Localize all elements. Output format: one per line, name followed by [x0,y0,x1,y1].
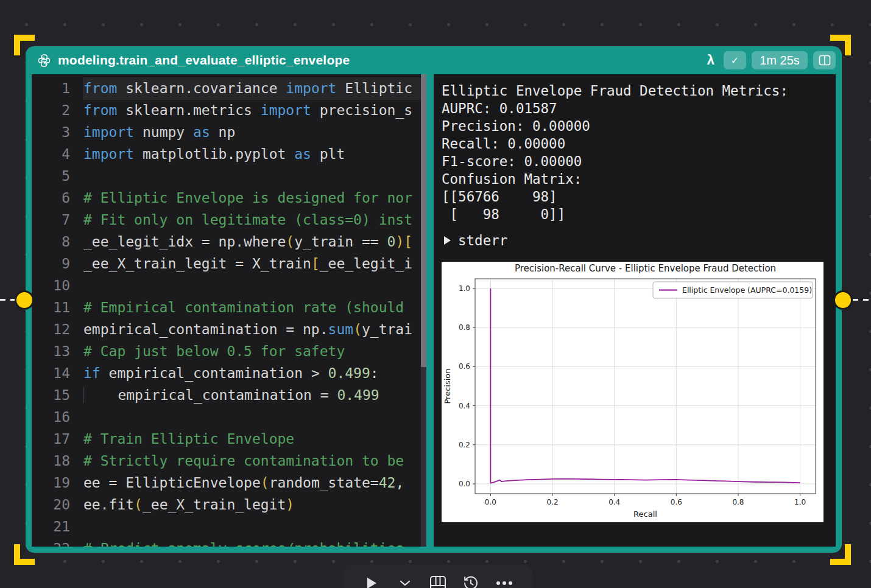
code-line[interactable]: 1from sklearn.covariance import Elliptic [32,77,426,99]
lambda-icon: λ [707,52,714,68]
code-line[interactable]: 22# Predict anomaly scores/probabilities [32,537,426,547]
svg-text:0.0: 0.0 [485,498,496,506]
output-line: [[56766 98] [442,188,836,206]
line-number: 6 [32,187,83,209]
cell-header[interactable]: modeling.train_and_evaluate_elliptic_env… [26,46,842,74]
right-port-handle[interactable] [833,290,853,310]
code-line[interactable]: 8_ee_legit_idx = np.where(y_train == 0)[ [32,231,426,253]
stderr-expand-triangle-icon [444,236,451,245]
svg-text:0.2: 0.2 [459,441,470,449]
code-line[interactable]: 18# Strictly require contamination to be [32,450,426,472]
editor-scrollbar[interactable] [421,74,426,547]
chevron-down-icon [399,579,411,587]
code-line[interactable]: 12empirical_contamination = np.sum(y_tra… [32,318,426,340]
panel-divider[interactable] [426,74,434,547]
code-lines: 1from sklearn.covariance import Elliptic… [32,77,426,547]
run-button[interactable] [361,573,382,588]
svg-text:Precision-Recall Curve - Ellip: Precision-Recall Curve - Elliptic Envelo… [515,263,776,274]
code-line[interactable]: 16 [32,406,426,428]
svg-text:0.8: 0.8 [459,323,470,332]
svg-text:0.4: 0.4 [608,498,620,506]
output-line: Recall: 0.00000 [442,135,836,153]
cell-card: modeling.train_and_evaluate_elliptic_env… [26,46,842,553]
code-line[interactable]: 19ee = EllipticEnvelope(random_state=42, [32,472,426,494]
line-number: 15 [32,384,83,406]
code-line[interactable]: 21 [32,516,426,537]
code-line[interactable]: 9_ee_X_train_legit = X_train[_ee_legit_i [32,253,426,275]
svg-text:Elliptic Envelope (AUPRC=0.015: Elliptic Envelope (AUPRC=0.0159) [682,285,812,295]
pr-curve-plot-image: 0.00.20.40.60.81.00.00.20.40.60.81.0Prec… [442,262,823,522]
stderr-label: stderr [458,233,507,248]
line-number: 19 [32,472,83,494]
code-line[interactable]: 3import numpy as np [32,121,426,143]
python-icon [37,53,52,68]
line-number: 18 [32,450,83,472]
output-panel: Elliptic Envelope Fraud Detection Metric… [434,74,836,547]
more-options-icon [496,581,513,586]
history-button[interactable] [460,573,481,588]
crop-handle-top-right[interactable] [830,35,851,55]
svg-text:0.4: 0.4 [459,402,470,410]
svg-text:Recall: Recall [633,509,657,519]
output-line: [ 98 0]] [442,206,836,223]
right-connector-dashed-line [853,299,871,301]
line-number: 17 [32,428,83,450]
history-icon [463,575,479,588]
status-check-button[interactable]: ✓ [724,51,746,69]
line-number: 8 [32,231,83,253]
line-number: 11 [32,296,83,318]
run-options-button[interactable] [395,573,415,588]
more-options-button[interactable] [494,573,515,588]
line-number: 5 [32,165,83,187]
svg-text:0.8: 0.8 [732,498,744,506]
line-number: 22 [32,537,83,547]
code-line[interactable]: 11# Empirical contamination rate (should [32,296,426,318]
line-number: 4 [32,143,83,165]
line-number: 20 [32,494,83,516]
line-number: 9 [32,253,83,275]
code-line[interactable]: 13# Cap just below 0.5 for safety [32,340,426,362]
line-number: 2 [32,99,83,121]
output-line: Elliptic Envelope Fraud Detection Metric… [442,82,836,100]
duration-badge: 1m 25s [752,51,808,69]
split-view-icon [819,55,831,66]
code-editor[interactable]: 1from sklearn.covariance import Elliptic… [32,74,426,547]
left-connector-dashed-line [0,299,16,301]
svg-text:0.2: 0.2 [546,498,558,506]
stdout-text: Elliptic Envelope Fraud Detection Metric… [442,82,836,223]
editor-scrollbar-thumb[interactable] [421,74,426,367]
code-line[interactable]: 20ee.fit(_ee_X_train_legit) [32,494,426,516]
svg-text:1.0: 1.0 [794,498,806,506]
crop-handle-bottom-left[interactable] [14,544,35,565]
line-number: 21 [32,516,83,537]
code-line[interactable]: 2from sklearn.metrics import precision_s [32,99,426,121]
code-line[interactable]: 5 [32,165,426,187]
stderr-toggle[interactable]: stderr [442,233,836,248]
svg-text:Precision: Precision [443,368,452,404]
svg-text:0.6: 0.6 [459,362,470,371]
crop-handle-top-left[interactable] [14,35,35,55]
code-line[interactable]: 10 [32,275,426,296]
line-number: 10 [32,275,83,296]
line-number: 12 [32,318,83,340]
output-line: AUPRC: 0.01587 [442,100,836,117]
grid-view-icon [429,575,446,588]
code-line[interactable]: 14if empirical_contamination > 0.499: [32,362,426,384]
code-line[interactable]: 6# Elliptic Envelope is designed for nor [32,187,426,209]
output-line: F1-score: 0.00000 [442,153,836,170]
left-port-handle[interactable] [15,290,34,310]
code-line[interactable]: 17# Train Elliptic Envelope [32,428,426,450]
grid-view-button[interactable] [428,573,448,588]
code-line[interactable]: 15 empirical_contamination = 0.499 [32,384,426,406]
cell-title: modeling.train_and_evaluate_elliptic_env… [58,53,350,68]
output-line: Confusion Matrix: [442,170,836,188]
code-line[interactable]: 7# Fit only on legitimate (class=0) inst [32,209,426,231]
svg-text:0.0: 0.0 [459,480,470,488]
line-number: 16 [32,406,83,428]
line-number: 3 [32,121,83,143]
line-number: 7 [32,209,83,231]
crop-handle-bottom-right[interactable] [830,544,851,565]
pr-curve-plot-svg: 0.00.20.40.60.81.00.00.20.40.60.81.0Prec… [442,262,823,522]
code-line[interactable]: 4import matplotlib.pyplot as plt [32,143,426,165]
check-icon: ✓ [731,55,739,66]
